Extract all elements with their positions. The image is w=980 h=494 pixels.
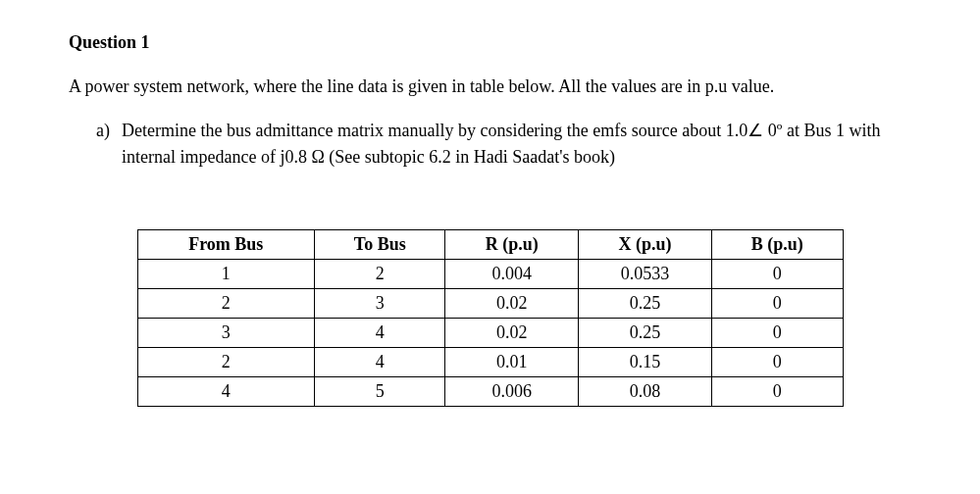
part-a: a) Determine the bus admittance matrix m…	[96, 118, 911, 171]
cell: 0.0533	[579, 260, 712, 289]
cell: 3	[137, 319, 315, 348]
cell: 0.02	[445, 289, 579, 319]
col-r: R (p.u)	[445, 230, 579, 260]
cell: 3	[315, 289, 445, 319]
question-heading: Question 1	[69, 29, 911, 56]
col-from-bus: From Bus	[137, 230, 315, 260]
cell: 2	[137, 289, 315, 319]
col-b: B (p.u)	[711, 230, 843, 260]
cell: 0	[711, 377, 843, 407]
table-row: 3 4 0.02 0.25 0	[137, 319, 843, 348]
cell: 0.01	[445, 348, 579, 377]
cell: 0.08	[579, 377, 712, 407]
table-row: 4 5 0.006 0.08 0	[137, 377, 843, 407]
part-a-text: Determine the bus admittance matrix manu…	[122, 118, 911, 171]
part-a-label: a)	[96, 118, 122, 171]
cell: 4	[315, 319, 445, 348]
intro-text: A power system network, where the line d…	[69, 74, 911, 100]
cell: 4	[315, 348, 445, 377]
cell: 4	[137, 377, 315, 407]
cell: 2	[315, 260, 445, 289]
cell: 1	[137, 260, 315, 289]
col-x: X (p.u)	[579, 230, 712, 260]
cell: 0	[711, 260, 843, 289]
table-row: 2 3 0.02 0.25 0	[137, 289, 843, 319]
table-row: 2 4 0.01 0.15 0	[137, 348, 843, 377]
cell: 0.004	[445, 260, 579, 289]
cell: 0.02	[445, 319, 579, 348]
table-header-row: From Bus To Bus R (p.u) X (p.u) B (p.u)	[137, 230, 843, 260]
cell: 0	[711, 348, 843, 377]
cell: 0.25	[579, 319, 712, 348]
cell: 5	[315, 377, 445, 407]
line-data-table-wrap: From Bus To Bus R (p.u) X (p.u) B (p.u) …	[69, 229, 911, 407]
table-row: 1 2 0.004 0.0533 0	[137, 260, 843, 289]
line-data-table: From Bus To Bus R (p.u) X (p.u) B (p.u) …	[137, 229, 844, 407]
cell: 0.15	[579, 348, 712, 377]
cell: 0.25	[579, 289, 712, 319]
col-to-bus: To Bus	[315, 230, 445, 260]
cell: 0.006	[445, 377, 579, 407]
cell: 0	[711, 289, 843, 319]
cell: 2	[137, 348, 315, 377]
cell: 0	[711, 319, 843, 348]
